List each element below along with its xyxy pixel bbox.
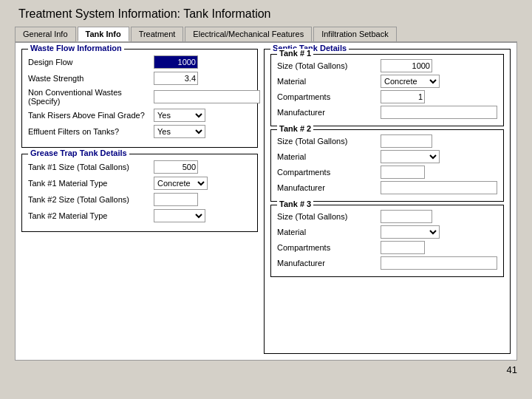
main-content: Waste Flow Information Design Flow Waste… bbox=[15, 43, 517, 361]
page-container: Treatment System Information: Tank Infor… bbox=[0, 0, 532, 399]
right-panel: Septic Tank Details Tank # 1 Size (Total… bbox=[264, 49, 511, 354]
tank3-manufacturer-input[interactable] bbox=[381, 256, 497, 270]
effluent-filters-row: Effluent Filters on Tanks? Yes No bbox=[28, 125, 251, 138]
page-number: 41 bbox=[507, 364, 517, 375]
tank3-size-row: Size (Total Gallons) bbox=[277, 210, 497, 223]
non-conventional-label: Non Conventional Wastes (Specify) bbox=[28, 88, 154, 106]
tank-risers-label: Tank Risers Above Final Grade? bbox=[28, 111, 154, 120]
effluent-filters-label: Effluent Filters on Tanks? bbox=[28, 127, 154, 136]
tank2-material-row: Material Concrete Plastic bbox=[277, 150, 497, 163]
tank3-material-select[interactable]: Concrete Plastic bbox=[381, 225, 440, 239]
tank1-manufacturer-label: Manufacturer bbox=[277, 108, 381, 117]
gt-tank1-size-input[interactable] bbox=[154, 160, 198, 174]
tank1-manufacturer-input[interactable] bbox=[381, 106, 497, 119]
non-conventional-row: Non Conventional Wastes (Specify) bbox=[28, 88, 251, 106]
tank2-compartments-row: Compartments bbox=[277, 166, 497, 179]
tank1-manufacturer-row: Manufacturer bbox=[277, 106, 497, 119]
tank2-manufacturer-row: Manufacturer bbox=[277, 181, 497, 194]
effluent-filters-select[interactable]: Yes No bbox=[154, 125, 205, 138]
septic-tank-group: Septic Tank Details Tank # 1 Size (Total… bbox=[264, 49, 511, 354]
tank2-size-row: Size (Total Gallons) bbox=[277, 134, 497, 148]
tank2-section: Tank # 2 Size (Total Gallons) Material C… bbox=[270, 129, 504, 202]
tank1-size-label: Size (Total Gallons) bbox=[277, 61, 381, 70]
waste-strength-label: Waste Strength bbox=[28, 74, 154, 83]
gt-tank1-size-row: Tank #1 Size (Total Gallons) bbox=[28, 160, 251, 174]
tank3-material-row: Material Concrete Plastic bbox=[277, 225, 497, 239]
gt-tank2-material-label: Tank #2 Material Type bbox=[28, 211, 154, 220]
gt-tank2-material-row: Tank #2 Material Type Concrete Plastic bbox=[28, 209, 251, 222]
design-flow-input[interactable] bbox=[154, 55, 198, 69]
tank2-material-label: Material bbox=[277, 152, 381, 161]
waste-strength-row: Waste Strength bbox=[28, 72, 251, 85]
tab-electrical-mechanical[interactable]: Electrical/Mechanical Features bbox=[185, 27, 312, 41]
left-panel: Waste Flow Information Design Flow Waste… bbox=[21, 49, 258, 354]
tank2-manufacturer-input[interactable] bbox=[381, 181, 497, 194]
tank2-manufacturer-label: Manufacturer bbox=[277, 183, 381, 192]
tank2-size-input[interactable] bbox=[381, 134, 432, 148]
tank3-material-label: Material bbox=[277, 228, 381, 236]
tank1-material-label: Material bbox=[277, 77, 381, 86]
tank1-size-input[interactable] bbox=[381, 59, 432, 72]
tank3-compartments-row: Compartments bbox=[277, 241, 497, 254]
tank1-title: Tank # 1 bbox=[277, 49, 313, 58]
tank3-size-label: Size (Total Gallons) bbox=[277, 212, 381, 221]
non-conventional-input[interactable] bbox=[154, 90, 260, 103]
grease-trap-title: Grease Trap Tank Details bbox=[28, 149, 129, 157]
tank3-compartments-label: Compartments bbox=[277, 243, 381, 252]
tank2-size-label: Size (Total Gallons) bbox=[277, 137, 381, 146]
tank3-title: Tank # 3 bbox=[277, 200, 313, 208]
gt-tank1-material-row: Tank #1 Material Type Concrete Plastic F… bbox=[28, 177, 251, 190]
waste-flow-title: Waste Flow Information bbox=[28, 44, 124, 52]
gt-tank2-size-row: Tank #2 Size (Total Gallons) bbox=[28, 193, 251, 206]
tab-infiltration-setback[interactable]: Infiltration Setback bbox=[313, 27, 397, 41]
gt-tank2-size-label: Tank #2 Size (Total Gallons) bbox=[28, 195, 154, 204]
waste-flow-group: Waste Flow Information Design Flow Waste… bbox=[21, 49, 258, 148]
tank3-manufacturer-row: Manufacturer bbox=[277, 256, 497, 270]
gt-tank2-material-select[interactable]: Concrete Plastic bbox=[154, 209, 205, 222]
tank2-compartments-input[interactable] bbox=[381, 166, 425, 179]
tank1-material-row: Material Concrete Plastic Fiberglass bbox=[277, 75, 497, 88]
tank1-size-row: Size (Total Gallons) bbox=[277, 59, 497, 72]
gt-tank1-material-label: Tank #1 Material Type bbox=[28, 179, 154, 188]
tank1-material-select[interactable]: Concrete Plastic Fiberglass bbox=[381, 75, 440, 88]
tab-treatment[interactable]: Treatment bbox=[131, 27, 184, 41]
gt-tank2-size-input[interactable] bbox=[154, 193, 198, 206]
gt-tank1-size-label: Tank #1 Size (Total Gallons) bbox=[28, 163, 154, 171]
tab-general-info[interactable]: General Info bbox=[15, 27, 76, 41]
tank1-compartments-input[interactable] bbox=[381, 90, 425, 103]
tank3-size-input[interactable] bbox=[381, 210, 432, 223]
design-flow-row: Design Flow bbox=[28, 55, 251, 69]
gt-tank1-material-select[interactable]: Concrete Plastic Fiberglass bbox=[154, 177, 208, 190]
waste-strength-input[interactable] bbox=[154, 72, 198, 85]
tank1-compartments-row: Compartments bbox=[277, 90, 497, 103]
tank2-compartments-label: Compartments bbox=[277, 168, 381, 177]
tank1-section: Tank # 1 Size (Total Gallons) Material C… bbox=[270, 54, 504, 126]
tank3-manufacturer-label: Manufacturer bbox=[277, 259, 381, 267]
tank3-section: Tank # 3 Size (Total Gallons) Material C… bbox=[270, 205, 504, 277]
tab-bar: General Info Tank Info Treatment Electri… bbox=[15, 27, 517, 43]
tank3-compartments-input[interactable] bbox=[381, 241, 425, 254]
tank1-compartments-label: Compartments bbox=[277, 92, 381, 101]
grease-trap-group: Grease Trap Tank Details Tank #1 Size (T… bbox=[21, 154, 258, 232]
tank2-material-select[interactable]: Concrete Plastic bbox=[381, 150, 440, 163]
tab-tank-info[interactable]: Tank Info bbox=[78, 27, 129, 41]
page-title: Treatment System Information: Tank Infor… bbox=[15, 7, 517, 21]
tank-risers-row: Tank Risers Above Final Grade? Yes No bbox=[28, 109, 251, 122]
tank-risers-select[interactable]: Yes No bbox=[154, 109, 205, 122]
tank2-title: Tank # 2 bbox=[277, 124, 313, 133]
design-flow-label: Design Flow bbox=[28, 58, 154, 66]
